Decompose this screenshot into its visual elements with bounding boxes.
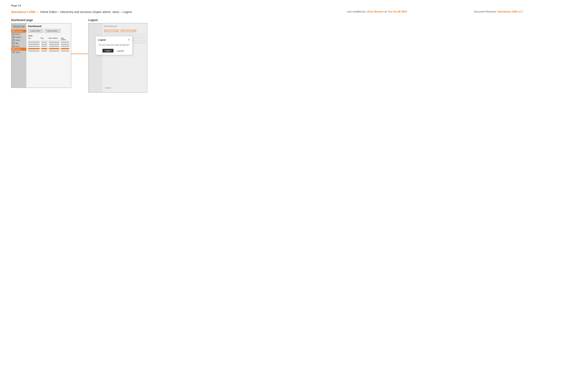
modal-cancel-button[interactable]: Cancel xyxy=(115,49,126,52)
table-row xyxy=(28,46,69,47)
sections-icon: ✕ xyxy=(12,36,14,38)
wf-action-buttons: Create article › Create section › xyxy=(28,29,69,33)
sidebar-label-users: Users xyxy=(15,45,19,47)
header-filename: Document filename: Sainsburys CMS v1.1 xyxy=(474,10,523,13)
logout-modal-header: Logout ✕ xyxy=(98,39,130,41)
sidebar-label-library: Library xyxy=(15,39,20,41)
header-meta: Last modified by: Ulrich Bouton on Tue O… xyxy=(347,10,407,13)
arrow-connector xyxy=(71,53,91,55)
filename-label: Document filename: xyxy=(474,10,497,13)
create-section-label: Create section xyxy=(47,30,57,32)
users-icon: ✕ xyxy=(12,45,14,47)
bg-buttons: Create article › Create section › xyxy=(104,29,146,32)
arrow-line xyxy=(71,54,89,54)
page-number: Page 14 xyxy=(11,4,21,7)
header-separator: - xyxy=(37,10,39,14)
bg-main: Dashboard Create article › Create sectio… xyxy=(102,23,147,92)
logout-modal-title: Logout xyxy=(98,39,106,41)
logout-section-title: Logout xyxy=(88,18,147,22)
sidebar-item-logout[interactable]: ✕ Logout xyxy=(11,51,26,54)
table-row-highlighted xyxy=(28,48,69,49)
sidebar-label-tags: Tags xyxy=(15,42,18,44)
wf-main-heading: Dashboard xyxy=(28,25,69,28)
sidebar-label-articles: Articles xyxy=(15,33,20,35)
header-title: Sainsbury's CMS - Article Editor – Hiera… xyxy=(11,10,132,14)
col-header-tags: Tags xyxy=(41,38,47,40)
filename-value: Sainsburys CMS v1.1 xyxy=(497,10,523,13)
sidebar-item-users[interactable]: ✕ Users xyxy=(11,45,26,48)
table-header: Title Tags Date modified Date created xyxy=(28,38,69,41)
table-row xyxy=(28,44,69,45)
wf-sidebar: Sainsbury's logo ✕ Dashboard ✕ Articles … xyxy=(11,23,26,88)
cms-name: Sainsbury's CMS xyxy=(11,10,36,14)
meta-author: Ulrich Bouton xyxy=(367,10,384,13)
create-article-arrow: › xyxy=(41,30,41,32)
logout-section: Logout Dashboard Create article › Create… xyxy=(88,18,147,93)
sidebar-label-dashboard: Dashboard xyxy=(15,30,23,32)
logout-modal-footer: Logout Cancel xyxy=(98,49,130,52)
sidebar-label-settings: Settings xyxy=(15,48,21,50)
wf-main-area: Dashboard Create article › Create sectio… xyxy=(26,23,71,88)
bg-heading: Dashboard xyxy=(104,25,146,28)
logout-icon: ✕ xyxy=(12,51,14,53)
logout-modal-body: Are you sure you want to log out? xyxy=(98,44,130,47)
draft-label: Draft xyxy=(28,35,69,37)
col-header-modified: Date modified xyxy=(48,38,59,40)
tags-icon: ✕ xyxy=(12,42,14,44)
dashboard-page-section: Dashboard page Sainsbury's logo ✕ Dashbo… xyxy=(11,18,71,88)
create-section-button[interactable]: Create section › xyxy=(45,29,61,33)
col-header-created: Date created xyxy=(61,38,69,40)
logout-bg-container: Dashboard Create article › Create sectio… xyxy=(88,23,147,93)
header-subtitle: Article Editor – Hierarchy and structure… xyxy=(40,10,132,14)
bg-sidebar xyxy=(89,23,102,92)
logout-modal-close-button[interactable]: ✕ xyxy=(128,39,130,41)
logout-bg-overlay: Dashboard Create article › Create sectio… xyxy=(89,23,147,92)
sidebar-item-library[interactable]: ✕ Library xyxy=(11,39,26,42)
logout-modal: Logout ✕ Are you sure you want to log ou… xyxy=(96,36,133,55)
sidebar-item-dashboard[interactable]: ✕ Dashboard xyxy=(11,30,26,33)
meta-date: Tue Oct 08 2013 xyxy=(388,10,407,13)
table-row xyxy=(28,50,69,51)
bg-btn-article: Create article › xyxy=(104,29,119,32)
dashboard-icon: ✕ xyxy=(12,30,14,32)
create-section-arrow: › xyxy=(58,30,58,32)
meta-on: on xyxy=(384,10,388,13)
settings-icon: ✕ xyxy=(12,48,14,50)
create-article-button[interactable]: Create article › xyxy=(28,29,43,33)
sidebar-label-sections: Sections xyxy=(15,36,21,38)
col-header-title: Title xyxy=(28,38,39,40)
sidebar-label-logout: Logout xyxy=(15,51,20,53)
sidebar-item-settings[interactable]: ✕ Settings xyxy=(11,48,26,51)
wireframe-container: Sainsbury's logo ✕ Dashboard ✕ Articles … xyxy=(11,23,71,88)
articles-icon: ✕ xyxy=(12,33,14,35)
library-icon: ✕ xyxy=(12,39,14,41)
logo-area: Sainsbury's logo xyxy=(12,25,25,28)
bg-row xyxy=(104,34,146,35)
table-row xyxy=(28,42,69,43)
meta-label: Last modified by: xyxy=(347,10,366,13)
logout-logged-status: › Logged... xyxy=(103,87,112,89)
modal-logout-button[interactable]: Logout xyxy=(102,49,113,52)
sidebar-item-tags[interactable]: ✕ Tags xyxy=(11,42,26,45)
dashboard-page-title: Dashboard page xyxy=(11,18,71,22)
bg-btn-section: Create section › xyxy=(120,29,136,32)
sidebar-item-articles[interactable]: ✕ Articles xyxy=(11,33,26,36)
sidebar-item-sections[interactable]: ✕ Sections xyxy=(11,36,26,39)
create-article-label: Create article xyxy=(30,30,40,32)
